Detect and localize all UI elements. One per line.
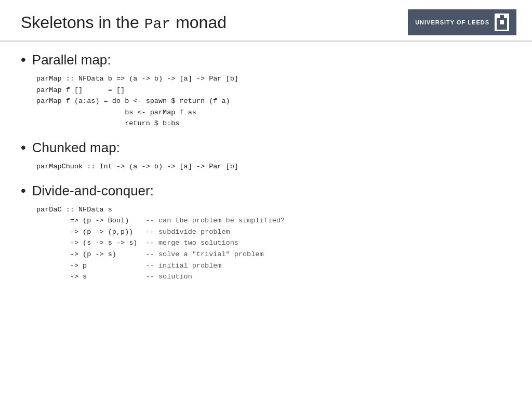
code-block-1: parMap :: NFData b => (a -> b) -> [a] ->…	[36, 73, 511, 129]
svg-rect-2	[500, 20, 504, 24]
section-divide-conquer: • Divide-and-conquer: parDaC :: NFData s…	[21, 183, 511, 283]
svg-rect-0	[500, 15, 504, 18]
header: Skeletons in the Par monad UNIVERSITY OF…	[0, 0, 532, 42]
university-logo: UNIVERSITY OF LEEDS	[408, 9, 516, 35]
code-block-3: parDaC :: NFData s => (p -> Bool) -- can…	[36, 204, 511, 283]
title-prefix: Skeletons in the	[21, 13, 139, 32]
section-title-3: Divide-and-conquer:	[32, 183, 154, 199]
bullet-header-3: • Divide-and-conquer:	[21, 183, 511, 199]
section-title-2: Chunked map:	[32, 140, 120, 156]
section-chunked-map: • Chunked map: parMapChunk :: Int -> (a …	[21, 140, 511, 172]
bullet-header-1: • Parallel map:	[21, 52, 511, 68]
bullet-dot-3: •	[21, 183, 26, 198]
bullet-dot-1: •	[21, 52, 26, 67]
bullet-dot-2: •	[21, 140, 26, 155]
section-title-1: Parallel map:	[32, 52, 111, 68]
page: Skeletons in the Par monad UNIVERSITY OF…	[0, 0, 532, 399]
logo-icon	[495, 14, 509, 31]
page-title: Skeletons in the Par monad	[21, 13, 227, 32]
logo-text: UNIVERSITY OF LEEDS	[415, 19, 489, 26]
main-content: • Parallel map: parMap :: NFData b => (a…	[0, 42, 532, 303]
title-suffix: monad	[176, 13, 227, 32]
bullet-header-2: • Chunked map:	[21, 140, 511, 156]
title-code: Par	[144, 16, 170, 32]
section-parallel-map: • Parallel map: parMap :: NFData b => (a…	[21, 52, 511, 129]
code-block-2: parMapChunk :: Int -> (a -> b) -> [a] ->…	[36, 161, 511, 172]
